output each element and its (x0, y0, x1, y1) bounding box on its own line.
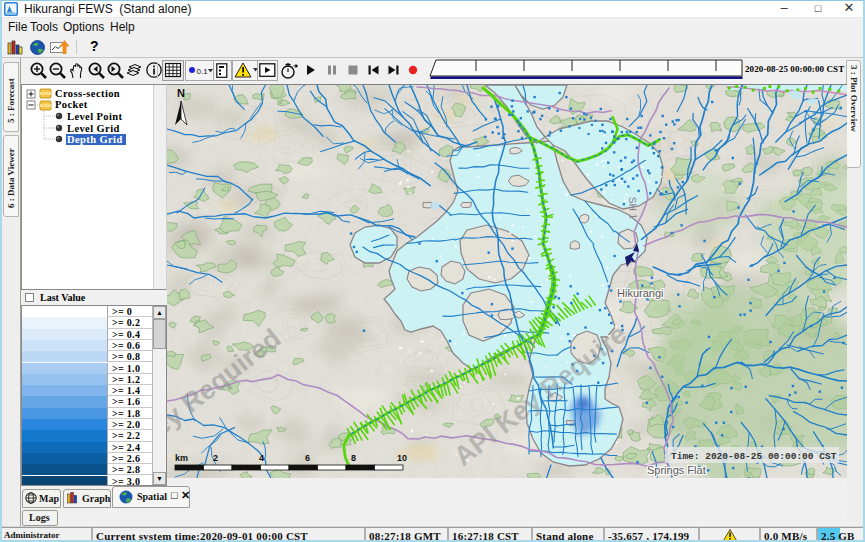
svg-text:10: 10 (397, 453, 407, 463)
svg-text:Hikurangi: Hikurangi (617, 287, 663, 299)
svg-text:SH 1: SH 1 (627, 197, 639, 220)
svg-text:km: km (175, 453, 188, 463)
svg-text:Time: 2020-08-25 00:00:00 CST: Time: 2020-08-25 00:00:00 CST (671, 451, 837, 462)
svg-text:Springs Flat: Springs Flat (647, 464, 706, 476)
svg-text:6: 6 (305, 453, 310, 463)
svg-text:2: 2 (213, 453, 218, 463)
svg-text:0.1: 0.1 (197, 67, 209, 76)
svg-text:8: 8 (351, 453, 356, 463)
svg-text:N: N (177, 87, 185, 99)
svg-text:4: 4 (259, 453, 264, 463)
